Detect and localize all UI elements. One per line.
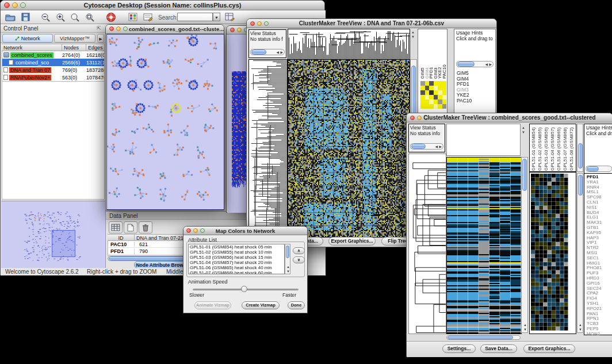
- zoom-row-labels[interactable]: GIM5GIM4PFD1GIM3YKE2PAC10: [457, 71, 472, 104]
- gene-label[interactable]: GTB1: [587, 225, 612, 231]
- gene-label[interactable]: PUF3: [587, 271, 612, 276]
- row-dendrogram-canvas[interactable]: [248, 59, 288, 237]
- zoom-matrix-cell[interactable]: [442, 81, 447, 86]
- zoom-matrix-cell[interactable]: [420, 90, 425, 95]
- treeview-button[interactable]: Export Graphics...: [523, 344, 575, 353]
- view-status-scrollbar[interactable]: ◀ ▶: [410, 143, 443, 150]
- scroll-up-icon[interactable]: ▲: [523, 323, 527, 327]
- animate-vizmap-button[interactable]: Animate Vizmap: [194, 301, 231, 309]
- main-titlebar[interactable]: Cytoscape Desktop (Session Name: collins…: [1, 1, 324, 10]
- zoom-heatmap-canvas[interactable]: [531, 174, 568, 331]
- zoom-matrix-cell[interactable]: [425, 90, 430, 95]
- scroll-right-icon[interactable]: ▶: [439, 145, 442, 148]
- gene-label[interactable]: NIS1: [587, 205, 612, 210]
- network-graph-canvas[interactable]: [106, 34, 224, 210]
- zoom-matrix-cell[interactable]: [442, 90, 447, 95]
- zoom-selected-icon[interactable]: [85, 13, 95, 24]
- network-list-item[interactable]: RNAPuberNov2+563(0)107847(0): [2, 74, 104, 81]
- minimize-button[interactable]: [237, 28, 242, 32]
- gene-label[interactable]: MSI1: [587, 251, 612, 256]
- gene-label[interactable]: FIG4: [587, 296, 612, 301]
- scroll-right-icon[interactable]: ▶: [489, 63, 492, 66]
- zoom-matrix-cell[interactable]: [425, 86, 430, 90]
- gene-label[interactable]: ELG1: [587, 215, 612, 220]
- zoom-matrix-cell[interactable]: [420, 99, 425, 104]
- column-header[interactable]: Network: [2, 44, 62, 51]
- gene-label[interactable]: HMG1: [587, 261, 612, 266]
- gene-label[interactable]: PFD1: [587, 175, 612, 180]
- gene-label[interactable]: SPC98: [587, 195, 612, 200]
- gene-label[interactable]: HAP3: [587, 236, 612, 241]
- treeview-dna-titlebar[interactable]: ClusterMaker TreeView : DNA and Tran 07-…: [247, 19, 496, 28]
- gene-label[interactable]: RPO21: [587, 306, 612, 312]
- attribute-list-item[interactable]: GPL51-06 (GSM865) heat shock 40 min: [190, 266, 283, 271]
- column-header[interactable]: Nodes: [62, 44, 86, 51]
- zoom-matrix-cell[interactable]: [429, 86, 434, 90]
- network-view-titlebar[interactable]: combined_scores_good.txt--cluste...: [106, 25, 224, 34]
- gene-label[interactable]: PHO81: [587, 266, 612, 271]
- zoom-fit-icon[interactable]: [70, 13, 80, 24]
- create-vizmap-button[interactable]: Create Vizmap: [242, 301, 280, 309]
- zoom-matrix-cell[interactable]: [434, 90, 438, 95]
- birdseye-overview-canvas[interactable]: [1, 201, 105, 268]
- search-input[interactable]: [177, 13, 213, 21]
- scroll-left-icon[interactable]: ◀: [485, 63, 488, 66]
- gene-label[interactable]: SEC1: [587, 256, 612, 261]
- attribute-list-vscrollbar[interactable]: ▲ ▼: [285, 244, 290, 274]
- column-dendrogram-area[interactable]: [446, 124, 521, 156]
- global-heatmap-canvas[interactable]: [288, 59, 410, 237]
- close-button[interactable]: [230, 28, 235, 32]
- gene-label[interactable]: MAK31: [587, 220, 612, 225]
- zoom-matrix-cell[interactable]: [429, 81, 434, 86]
- tab-vizmapper[interactable]: VizMapper™: [54, 34, 95, 43]
- zoom-matrix-cell[interactable]: [442, 99, 447, 104]
- zoom-matrix-cell[interactable]: [442, 95, 447, 99]
- network-list-item[interactable]: DNA and Tran 07769(0)183728(0): [2, 66, 104, 74]
- zoom-vscrollbar[interactable]: ▲ ▼: [577, 173, 583, 333]
- new-attribute-icon[interactable]: [124, 221, 137, 233]
- move-up-button[interactable]: ∧: [293, 247, 305, 254]
- zoom-matrix-cell[interactable]: [429, 99, 434, 104]
- zoom-matrix-cell[interactable]: [442, 104, 447, 109]
- gene-label[interactable]: MSL1: [587, 190, 612, 195]
- gene-label[interactable]: MON2: [587, 332, 612, 337]
- attribute-browser-icon[interactable]: [225, 13, 235, 24]
- delete-attribute-icon[interactable]: [139, 221, 152, 233]
- vizmapper-icon[interactable]: [128, 13, 137, 24]
- treeview-button[interactable]: Save Data...: [480, 344, 517, 353]
- scroll-up-icon[interactable]: ▲: [522, 126, 525, 129]
- zoom-matrix-cell[interactable]: [438, 95, 442, 99]
- gene-label[interactable]: PEP5: [587, 327, 612, 332]
- gene-label[interactable]: RPN1: [587, 316, 612, 321]
- float-panel-icon[interactable]: ⇱: [97, 25, 101, 31]
- network-list-item[interactable]: combined_sco2569(6)13112(15): [2, 59, 104, 66]
- zoom-out-icon[interactable]: [41, 13, 51, 24]
- gene-label[interactable]: TCB3: [587, 321, 612, 327]
- open-file-icon[interactable]: [5, 13, 16, 24]
- gene-label[interactable]: HRD3: [587, 276, 612, 281]
- zoom-matrix-cell[interactable]: [420, 81, 425, 86]
- gene-label[interactable]: SEC24: [587, 286, 612, 292]
- dialog-titlebar[interactable]: Map Colors to Network: [183, 227, 307, 235]
- search-dropdown-button[interactable]: ▼: [213, 13, 220, 21]
- scroll-down-icon[interactable]: ▼: [579, 328, 582, 331]
- zoom-matrix-cell[interactable]: [442, 86, 447, 90]
- zoom-matrix-cell[interactable]: [429, 104, 434, 109]
- network-table-header[interactable]: NetworkNodesEdges: [2, 44, 105, 51]
- scroll-down-icon[interactable]: ▼: [522, 131, 525, 134]
- attribute-list-item[interactable]: GPL51-01 (GSM854) heat shock 05 min: [190, 245, 283, 250]
- attribute-list[interactable]: GPL51-01 (GSM854) heat shock 05 minGPL51…: [188, 244, 285, 274]
- move-down-button[interactable]: ∨: [293, 256, 305, 263]
- row-dendrogram-canvas[interactable]: [408, 154, 446, 334]
- tab-overflow-button[interactable]: ▶: [97, 34, 104, 43]
- gene-label[interactable]: BUD4: [587, 210, 612, 216]
- gene-label[interactable]: CLN1: [587, 200, 612, 205]
- heatmap-hscrollbar[interactable]: [446, 335, 521, 340]
- column-header[interactable]: Edges: [86, 44, 104, 51]
- zoom-matrix-cell[interactable]: [438, 90, 442, 95]
- attribute-list-item[interactable]: GPL51-07 (GSM868) heat shock 60 min: [190, 271, 283, 274]
- column-dendrogram-canvas[interactable]: [288, 29, 410, 60]
- gene-label[interactable]: CPA2: [587, 291, 612, 296]
- network-list-item[interactable]: combined_scores2764(0)16218(0): [2, 51, 104, 59]
- column-labels-vscrollbar[interactable]: [577, 124, 583, 172]
